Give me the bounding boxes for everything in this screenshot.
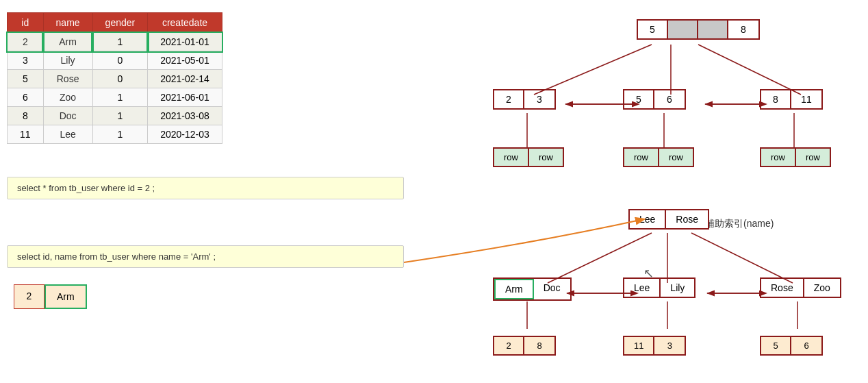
cell-gender: 1 [92,107,148,125]
col-header-name: name [43,13,92,33]
col-header-id: id [8,13,44,33]
cell-name: Lee [43,125,92,144]
table-row: 2Arm12021-01-01 [8,33,222,51]
c-ml-2: 2 [494,90,524,108]
s-rc-5: 5 [761,337,791,354]
secondary-leaf-lc: 11 3 [623,336,686,356]
cell-id: 3 [8,51,44,70]
s-ml-doc: Doc [534,279,570,299]
sql-query-1: select * from tb_user where id = 2 ; [7,177,404,199]
c-mr-11: 11 [791,90,821,108]
clustered-root-cell-ptr2 [698,21,728,38]
secondary-mid-right: Rose Zoo [760,277,841,298]
c-mc-6: 6 [654,90,685,108]
cell-createdate: 2020-12-03 [148,125,222,144]
clustered-leaf-lc: row row [623,147,694,167]
s-rc-6: 6 [791,337,821,354]
s-mc-lee: Lee [624,279,661,297]
cell-name: Zoo [43,88,92,107]
cell-createdate: 2021-02-14 [148,70,222,88]
table-row: 11Lee12020-12-03 [8,125,222,144]
c-mc-5: 5 [624,90,654,108]
secondary-leaf-rc: 5 6 [760,336,823,356]
s-mc-lily: Lily [661,279,694,297]
sql-query-2: select id, name from tb_user where name … [7,245,404,268]
c-mr-8: 8 [761,90,791,108]
s-ll-2: 2 [494,337,524,354]
result-id: 2 [14,284,44,309]
s-mr-rose: Rose [761,279,804,297]
col-header-gender: gender [92,13,148,33]
cell-gender: 1 [92,125,148,144]
c-lc-row1: row [624,149,659,166]
clustered-mid-center: 5 6 [623,89,686,110]
s-ml-arm: Arm [494,279,534,299]
s-lc-3: 3 [654,337,685,354]
cell-name: Arm [43,33,92,51]
clustered-root-node: 5 8 [637,19,760,40]
cell-createdate: 2021-05-01 [148,51,222,70]
clustered-root-cell-5: 5 [638,21,668,38]
s-root-lee: Lee [630,210,666,228]
cell-createdate: 2021-06-01 [148,88,222,107]
table-row: 8Doc12021-03-08 [8,107,222,125]
cell-gender: 1 [92,88,148,107]
s-root-rose: Rose [666,210,708,228]
table-row: 6Zoo12021-06-01 [8,88,222,107]
secondary-leaf-ll: 2 8 [493,336,556,356]
c-ml-3: 3 [524,90,554,108]
col-header-createdate: createdate [148,13,222,33]
table-row: 5Rose02021-02-14 [8,70,222,88]
cell-id: 8 [8,107,44,125]
cell-gender: 0 [92,70,148,88]
database-table: id name gender createdate 2Arm12021-01-0… [7,12,222,144]
cell-gender: 1 [92,33,148,51]
clustered-leaf-ll: row row [493,147,564,167]
clustered-mid-right: 8 11 [760,89,823,110]
cell-name: Doc [43,107,92,125]
c-rc-row1: row [761,149,796,166]
cell-gender: 0 [92,51,148,70]
cell-id: 2 [8,33,44,51]
secondary-root-node: Lee Rose [628,209,709,230]
cell-id: 11 [8,125,44,144]
cell-name: Rose [43,70,92,88]
c-ll-row1: row [494,149,529,166]
s-mr-zoo: Zoo [804,279,840,297]
cell-createdate: 2021-03-08 [148,107,222,125]
secondary-mid-center: Lee Lily [623,277,695,298]
c-ll-row2: row [529,149,563,166]
c-lc-row2: row [659,149,693,166]
btree-diagram: 聚集索引(id) 5 8 2 3 5 6 8 11 row row row ro… [479,7,856,377]
secondary-mid-left: Arm Doc [493,277,572,301]
secondary-index-label: 辅助索引(name) [705,218,774,230]
cell-id: 5 [8,70,44,88]
table-row: 3Lily02021-05-01 [8,51,222,70]
result-name: Arm [44,284,87,309]
clustered-leaf-rc: row row [760,147,831,167]
cell-createdate: 2021-01-01 [148,33,222,51]
s-ll-8: 8 [524,337,554,354]
c-rc-row2: row [796,149,830,166]
cell-id: 6 [8,88,44,107]
cell-name: Lily [43,51,92,70]
query-result: 2 Arm [14,284,87,309]
clustered-mid-left: 2 3 [493,89,556,110]
clustered-root-cell-8: 8 [728,21,758,38]
s-lc-11: 11 [624,337,654,354]
clustered-root-cell-ptr1 [668,21,698,38]
